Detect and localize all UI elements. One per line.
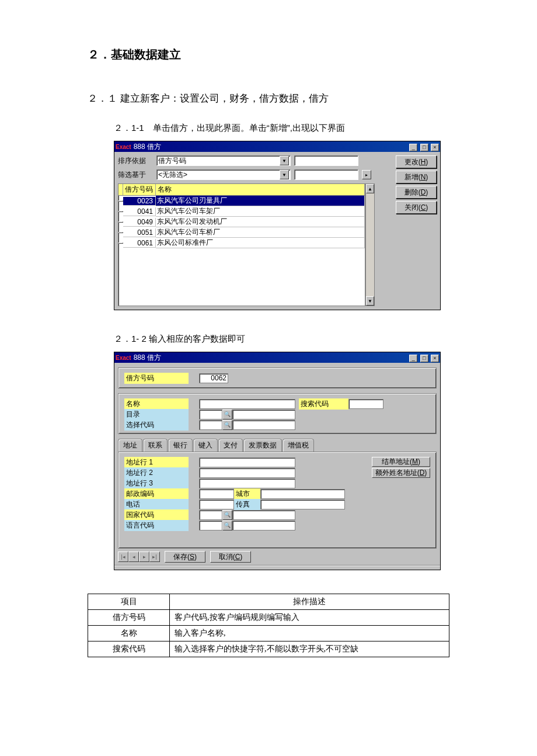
titlebar: Exact 888 借方 _ □ × (114, 141, 440, 152)
postal-input[interactable] (199, 489, 234, 499)
edit-button[interactable]: 更改(H) (396, 155, 437, 168)
postal-label: 邮政编码 (124, 488, 189, 500)
chevron-down-icon: ▼ (280, 170, 289, 179)
addr3-input[interactable] (199, 478, 295, 488)
minimize-button[interactable]: _ (409, 355, 417, 362)
close-button[interactable]: 关闭(C) (396, 201, 437, 214)
filter-combo[interactable]: <无筛选>▼ (156, 169, 291, 180)
tab-vat[interactable]: 增值税 (283, 439, 314, 452)
table-row[interactable]: 0061 东风公司标准件厂 (118, 238, 365, 248)
col-code: 借方号码 (123, 184, 156, 195)
heading-3a: ２．1-1 单击借方，出现此界面。单击“新增”,出现以下界面 (114, 123, 449, 134)
tab-bank[interactable]: 银行 (168, 439, 193, 452)
selcode-label: 选择代码 (124, 419, 189, 431)
description-table: 项目 操作描述 借方号码客户代码,按客户编码规则编写输入 名称输入客户名称, 搜… (88, 594, 449, 657)
city-input[interactable] (260, 489, 345, 499)
lookup-icon[interactable]: 🔍 (222, 420, 232, 430)
window-title: 888 借方 (134, 353, 161, 363)
app-brand: Exact (116, 355, 131, 361)
selcode-desc (232, 420, 295, 430)
addr2-input[interactable] (199, 468, 295, 478)
tab-bar: 地址 联系 银行 键入 支付 发票数据 增值税 (118, 439, 440, 452)
nav-last-icon[interactable]: ▸| (149, 552, 160, 562)
sort-value-input[interactable] (294, 155, 358, 166)
col-item: 项目 (88, 594, 170, 610)
extra-address-button[interactable]: 额外姓名地址(D) (372, 468, 430, 478)
code-label: 借方号码 (124, 373, 189, 384)
name-input[interactable] (199, 399, 295, 409)
lookup-icon[interactable]: 🔍 (222, 510, 232, 520)
cancel-button[interactable]: 取消(C) (210, 551, 251, 563)
dir-label: 目录 (124, 409, 189, 420)
scrollbar[interactable]: ▲ ▼ (365, 183, 375, 306)
maximize-button[interactable]: □ (420, 355, 428, 362)
tab-type[interactable]: 键入 (193, 439, 218, 452)
window-debtor-list: Exact 888 借方 _ □ × 更改(H) 新增(N) 删除(D) 关闭(… (114, 141, 441, 310)
addr1-label: 地址行 1 (124, 457, 189, 468)
dir-desc (232, 410, 295, 419)
scroll-down-icon[interactable]: ▼ (366, 296, 374, 306)
selcode-input[interactable] (199, 420, 222, 430)
nav-prev-icon[interactable]: ◂ (128, 552, 139, 562)
table-row[interactable]: 0049 东风汽车公司发动机厂 (118, 217, 365, 227)
window-title: 888 借方 (134, 142, 161, 152)
col-name: 名称 (156, 184, 365, 195)
country-input[interactable] (199, 510, 222, 520)
fax-label: 传真 (234, 499, 260, 510)
fax-input[interactable] (260, 500, 345, 509)
city-label: 城市 (234, 488, 260, 500)
search-label: 搜索代码 (299, 398, 348, 410)
col-op: 操作描述 (170, 594, 449, 610)
window-debtor-edit: Exact 888 借方 _ □ × 借方号码 0062 名称 搜索代码 (114, 352, 441, 570)
addr1-input[interactable] (199, 457, 295, 467)
table-row[interactable]: 0051 东风汽车公司车桥厂 (118, 227, 365, 238)
tab-address[interactable]: 地址 (118, 439, 142, 452)
country-label: 国家代码 (124, 509, 189, 521)
lang-input[interactable] (199, 521, 222, 530)
record-nav: |◂ ◂ ▸ ▸| (118, 552, 160, 562)
sort-label: 排序依据 (118, 156, 153, 166)
filter-go-button[interactable]: ▸ (362, 170, 371, 179)
close-window-button[interactable]: × (431, 355, 439, 362)
lookup-icon[interactable]: 🔍 (222, 521, 232, 530)
name-label: 名称 (124, 398, 189, 410)
minimize-button[interactable]: _ (409, 144, 417, 151)
billing-address-button[interactable]: 结单地址(M) (372, 457, 430, 467)
addr3-label: 地址行 3 (124, 478, 189, 489)
addr2-label: 地址行 2 (124, 467, 189, 478)
maximize-button[interactable]: □ (420, 144, 428, 151)
tab-invoice[interactable]: 发票数据 (243, 439, 282, 452)
lookup-icon[interactable]: 🔍 (222, 410, 232, 419)
filter-label: 筛选基于 (118, 170, 153, 180)
tab-contact[interactable]: 联系 (143, 439, 168, 452)
country-desc (232, 510, 295, 520)
new-button[interactable]: 新增(N) (396, 171, 437, 183)
search-input[interactable] (348, 399, 383, 409)
lang-desc (232, 521, 295, 530)
chevron-down-icon: ▼ (280, 156, 289, 165)
table-row[interactable]: 0023 东风汽车公司刃量具厂 (118, 196, 365, 206)
nav-first-icon[interactable]: |◂ (118, 552, 128, 562)
nav-next-icon[interactable]: ▸ (139, 552, 149, 562)
tab-payment[interactable]: 支付 (218, 439, 243, 452)
lang-label: 语言代码 (124, 520, 189, 531)
dir-input[interactable] (199, 410, 222, 419)
heading-1: ２．基础数据建立 (88, 47, 449, 63)
close-window-button[interactable]: × (431, 144, 439, 151)
delete-button[interactable]: 删除(D) (396, 186, 437, 199)
code-input[interactable]: 0062 (199, 373, 228, 383)
titlebar: Exact 888 借方 _ □ × (114, 352, 440, 363)
scroll-up-icon[interactable]: ▲ (366, 184, 374, 193)
app-brand: Exact (116, 144, 131, 150)
debtor-grid[interactable]: 借方号码 名称 0023 东风汽车公司刃量具厂 0041 东风汽车公司车架厂 (118, 183, 365, 306)
heading-3b: ２．1- 2 输入相应的客户数据即可 (114, 334, 449, 345)
sort-combo[interactable]: 借方号码▼ (156, 155, 291, 166)
filter-value-input[interactable] (294, 169, 358, 180)
heading-2: ２．１ 建立新客户：设置公司，财务，借方数据，借方 (88, 92, 449, 105)
phone-input[interactable] (199, 500, 234, 509)
save-button[interactable]: 保存(S) (165, 551, 205, 563)
table-row[interactable]: 0041 东风汽车公司车架厂 (118, 206, 365, 217)
phone-label: 电话 (124, 499, 189, 510)
